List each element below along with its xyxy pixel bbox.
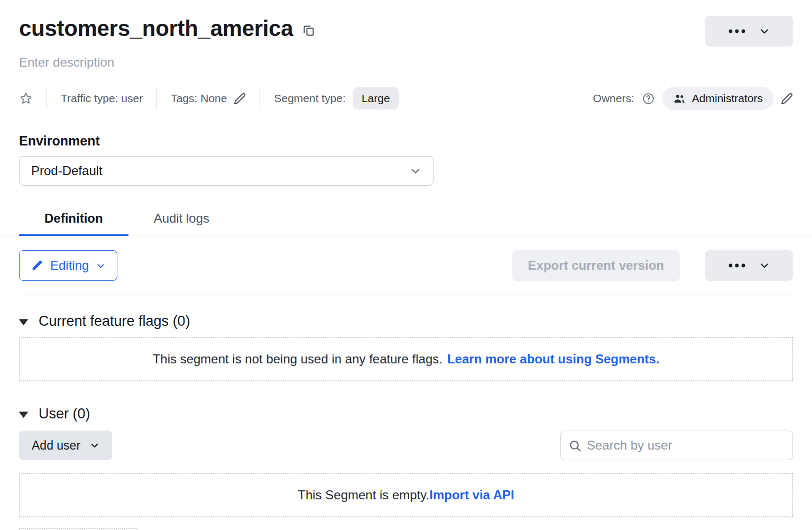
ellipsis-icon [728,29,745,33]
user-search-box [560,431,793,460]
ellipsis-icon [728,263,745,268]
add-user-button[interactable]: Add user [19,431,112,460]
search-icon [568,439,582,452]
partial-dotted-box [19,528,137,530]
feature-flags-empty-state: This segment is not being used in any fe… [19,337,793,381]
tags-group: Tags: None [171,92,246,105]
segment-page: customers_north_america Enter descriptio… [0,16,812,530]
people-icon [673,92,686,105]
edit-tags-pencil-icon[interactable] [234,93,246,105]
feature-flags-empty-text: This segment is not being used in any fe… [153,352,442,367]
star-icon[interactable] [19,92,33,105]
title-row: customers_north_america [19,16,793,47]
divider [260,87,260,109]
environment-select[interactable]: Prod-Default [19,156,433,186]
page-title: customers_north_america [19,16,293,41]
user-section-title: User (0) [39,406,90,422]
editing-mode-button[interactable]: Editing [19,250,117,281]
definition-toolbar: Editing Export current version [19,250,793,295]
tab-definition[interactable]: Definition [19,204,128,236]
chevron-down-icon [410,165,421,177]
triangle-down-icon [19,412,28,418]
segment-type-label: Segment type: [274,92,345,105]
divider [156,87,157,109]
tab-audit-logs[interactable]: Audit logs [128,204,235,236]
user-empty-state: This Segment is empty. Import via API [19,473,793,517]
owners-value: Administrators [692,92,763,105]
copy-icon[interactable] [302,23,315,37]
chevron-down-icon [96,261,105,270]
page-header: customers_north_america Enter descriptio… [19,16,793,110]
question-icon[interactable] [642,92,655,105]
owners-badge[interactable]: Administrators [662,87,773,110]
segment-type-group: Segment type: Large [274,87,399,109]
export-current-version-button[interactable]: Export current version [512,250,680,281]
learn-more-segments-link[interactable]: Learn more about using Segments. [447,352,659,367]
feature-flags-title: Current feature flags (0) [39,313,190,330]
add-user-label: Add user [32,438,80,453]
traffic-type-label: Traffic type: user [61,92,143,105]
toolbar-right: Export current version [512,250,793,281]
environment-label: Environment [19,133,793,149]
user-section: User (0) Add user This Segment is empty. [19,406,793,530]
tags-label: Tags: None [171,92,227,105]
segment-type-badge: Large [353,87,399,109]
tab-bar: Definition Audit logs [0,204,812,235]
meta-row: Traffic type: user Tags: None Segment ty… [19,87,793,110]
user-toolbar: Add user [19,431,793,460]
search-by-user-input[interactable] [587,438,785,453]
user-section-toggle[interactable]: User (0) [19,406,90,422]
divider [47,87,47,109]
description-placeholder[interactable]: Enter description [19,55,793,70]
feature-flags-section: Current feature flags (0) This segment i… [19,313,793,381]
import-via-api-link[interactable]: Import via API [429,488,514,502]
chevron-down-icon [759,260,770,271]
pencil-icon [31,260,43,271]
toolbar-more-button[interactable] [705,250,793,281]
chevron-down-icon [759,26,770,36]
header-more-button[interactable] [705,16,793,47]
title-group: customers_north_america [19,16,315,41]
feature-flags-toggle[interactable]: Current feature flags (0) [19,313,190,330]
owners-cluster: Owners: [593,87,793,110]
user-empty-text: This Segment is empty. [298,488,429,502]
owners-label: Owners: [593,92,634,105]
editing-label: Editing [50,258,89,273]
environment-selected-value: Prod-Default [31,163,103,178]
triangle-down-icon [19,319,28,325]
chevron-down-icon [90,441,99,450]
edit-owners-pencil-icon[interactable] [781,93,793,105]
environment-section: Environment Prod-Default [19,133,793,186]
